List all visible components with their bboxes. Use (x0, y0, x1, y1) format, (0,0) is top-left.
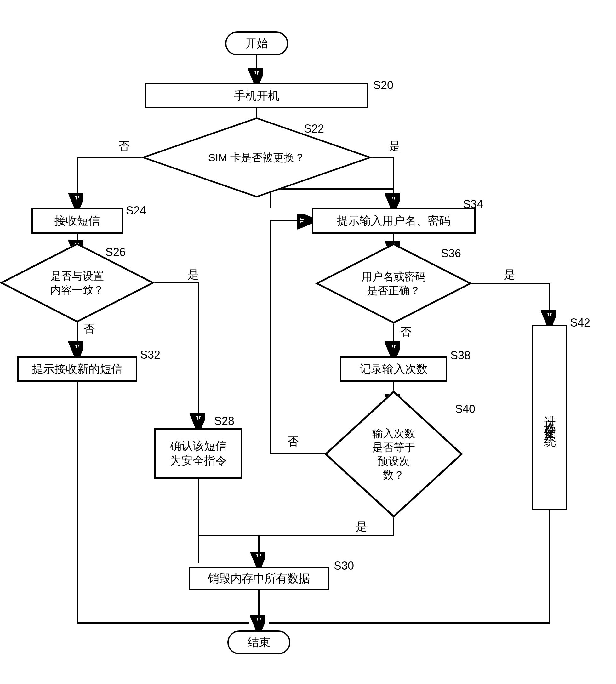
process-s42: 进入操作系统 (532, 325, 567, 510)
s34-text: 提示输入用户名、密码 (337, 214, 450, 228)
s40-no-label: 否 (287, 434, 299, 449)
s36-yes-label: 是 (504, 267, 515, 283)
s22-no-label: 否 (118, 138, 129, 154)
s40-yes-label: 是 (356, 519, 367, 534)
end-terminator: 结束 (227, 631, 290, 655)
s26-yes-label: 是 (188, 267, 199, 283)
s40-text: 输入次数 是否等于 预设次 数？ (325, 409, 462, 500)
process-s34: 提示输入用户名、密码 (312, 208, 476, 234)
step-label-s24: S24 (126, 204, 146, 217)
s28-text: 确认该短信 为安全指令 (170, 439, 227, 468)
step-label-s28: S28 (214, 415, 234, 428)
s36-text: 用户名或密码 是否正确？ (337, 255, 450, 312)
step-label-s34: S34 (463, 198, 483, 211)
s36-no-label: 否 (400, 324, 411, 340)
s20-text: 手机开机 (234, 88, 279, 103)
process-s30: 销毁内存中所有数据 (189, 567, 329, 590)
s32-text: 提示接收新的短信 (32, 362, 123, 377)
process-s28: 确认该短信 为安全指令 (154, 428, 242, 479)
decision-s36: 用户名或密码 是否正确？ (337, 255, 450, 312)
s26-no-label: 否 (84, 321, 95, 337)
step-label-s20: S20 (373, 79, 393, 92)
step-label-s32: S32 (140, 348, 160, 361)
process-s20: 手机开机 (145, 83, 369, 108)
start-label: 开始 (245, 36, 268, 51)
decision-s22: SIM 卡是否被更换？ (200, 129, 313, 186)
s22-yes-label: 是 (389, 138, 400, 154)
s26-text: 是否与设置 内容一致？ (22, 255, 132, 311)
process-s24: 接收短信 (31, 208, 123, 234)
step-label-s38: S38 (450, 349, 470, 362)
s42-text: 进入操作系统 (542, 406, 557, 429)
start-terminator: 开始 (225, 31, 288, 56)
end-label: 结束 (247, 635, 270, 650)
step-label-s30: S30 (334, 559, 354, 573)
s24-text: 接收短信 (54, 214, 100, 228)
s30-text: 销毁内存中所有数据 (208, 571, 310, 586)
s22-text: SIM 卡是否被更换？ (200, 129, 313, 186)
decision-s40: 输入次数 是否等于 预设次 数？ (325, 409, 462, 500)
decision-s26: 是否与设置 内容一致？ (22, 255, 132, 311)
step-label-s42: S42 (570, 316, 590, 329)
process-s32: 提示接收新的短信 (17, 356, 137, 382)
s38-text: 记录输入次数 (360, 362, 428, 377)
process-s38: 记录输入次数 (340, 356, 447, 382)
